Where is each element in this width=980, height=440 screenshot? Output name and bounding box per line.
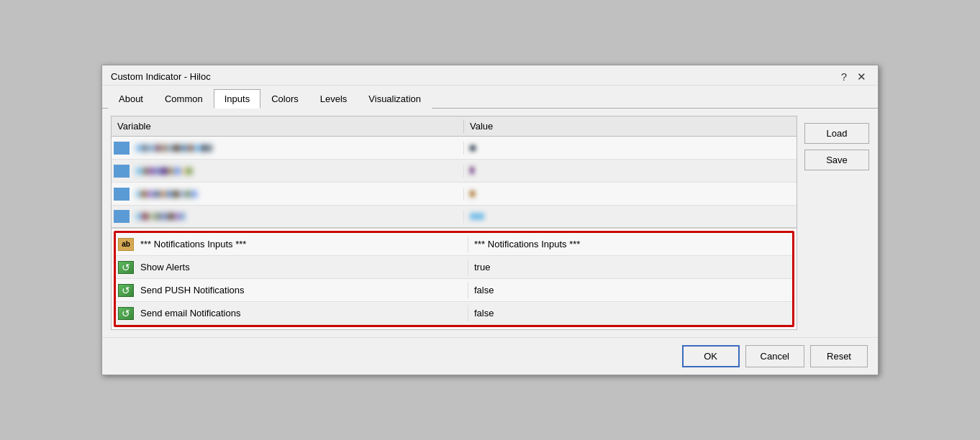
table-body[interactable]: ab *** Notifications Inputs *** *** Noti… <box>112 137 797 329</box>
blue-icon <box>114 210 130 223</box>
row-value: false <box>468 305 792 321</box>
row-variable: Send email Notifications <box>136 305 468 321</box>
content-area: Variable Value <box>102 109 878 337</box>
row-variable <box>132 142 464 155</box>
side-buttons: Load Save <box>804 116 869 330</box>
table-row[interactable] <box>112 183 797 206</box>
row-variable: *** Notifications Inputs *** <box>136 236 468 252</box>
reset-button[interactable]: Reset <box>810 345 868 367</box>
dialog: Custom Indicator - Hiloc ? ✕ About Commo… <box>101 65 879 375</box>
row-icon <box>112 140 132 156</box>
row-value <box>464 162 797 179</box>
row-icon <box>116 283 136 298</box>
inputs-table: Variable Value <box>111 116 797 330</box>
table-row[interactable] <box>112 206 797 229</box>
blue-icon <box>114 142 130 155</box>
row-icon <box>116 306 136 321</box>
table-row[interactable] <box>112 137 797 160</box>
tab-colors[interactable]: Colors <box>260 89 309 109</box>
ab-icon: ab <box>118 238 134 251</box>
footer: OK Cancel Reset <box>102 337 878 375</box>
help-button[interactable]: ? <box>838 71 850 82</box>
table-header: Variable Value <box>112 116 797 137</box>
row-value: *** Notifications Inputs *** <box>468 236 792 252</box>
blue-icon <box>114 188 130 201</box>
row-icon <box>112 163 132 179</box>
row-variable <box>132 165 464 178</box>
table-row[interactable]: Send email Notifications false <box>116 302 792 325</box>
tab-bar: About Common Inputs Colors Levels Visual… <box>102 86 878 109</box>
row-variable: Show Alerts <box>136 259 468 275</box>
ok-button[interactable]: OK <box>682 345 740 367</box>
row-value <box>464 139 797 156</box>
tab-inputs[interactable]: Inputs <box>214 89 260 109</box>
row-icon <box>116 260 136 275</box>
green-icon <box>118 307 134 320</box>
row-icon <box>112 186 132 202</box>
save-button[interactable]: Save <box>804 150 869 170</box>
row-value: true <box>468 259 792 275</box>
row-icon <box>112 208 132 224</box>
dialog-title: Custom Indicator - Hiloc <box>111 71 211 82</box>
title-buttons: ? ✕ <box>838 71 869 82</box>
title-bar: Custom Indicator - Hiloc ? ✕ <box>102 65 878 86</box>
col-variable-header: Variable <box>112 119 464 133</box>
col-value-header: Value <box>464 119 797 133</box>
tab-common[interactable]: Common <box>154 89 214 109</box>
row-variable <box>132 210 464 223</box>
row-variable <box>132 188 464 201</box>
close-button[interactable]: ✕ <box>854 71 869 82</box>
row-variable: Send PUSH Notifications <box>136 282 468 298</box>
table-row[interactable]: Send PUSH Notifications false <box>116 279 792 302</box>
cancel-button[interactable]: Cancel <box>745 345 804 367</box>
tab-levels[interactable]: Levels <box>309 89 358 109</box>
table-row[interactable] <box>112 160 797 183</box>
green-icon <box>118 261 134 274</box>
row-value <box>464 210 797 223</box>
table-row[interactable]: ab *** Notifications Inputs *** *** Noti… <box>116 233 792 256</box>
table-row[interactable]: Show Alerts true <box>116 256 792 279</box>
tab-about[interactable]: About <box>108 89 154 109</box>
row-value: false <box>468 282 792 298</box>
row-value <box>464 185 797 202</box>
green-icon <box>118 284 134 297</box>
tab-visualization[interactable]: Visualization <box>358 89 432 109</box>
row-icon: ab <box>116 237 136 252</box>
highlighted-section: ab *** Notifications Inputs *** *** Noti… <box>114 231 794 327</box>
blue-icon <box>114 165 130 178</box>
load-button[interactable]: Load <box>804 123 869 144</box>
